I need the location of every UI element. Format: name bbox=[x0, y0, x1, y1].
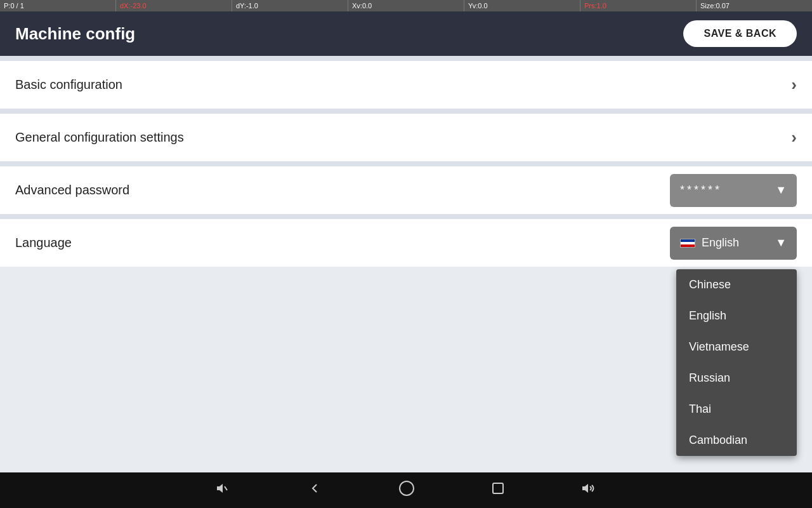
status-bar: P:0 / 1 dX:-23.0 dY:-1.0 Xv:0.0 Yv:0.0 P… bbox=[0, 0, 812, 11]
divider-1 bbox=[0, 56, 812, 61]
status-size: Size:0.07 bbox=[697, 0, 812, 11]
basic-config-label: Basic configuration bbox=[15, 77, 791, 92]
svg-line-1 bbox=[225, 486, 227, 490]
language-option-thai[interactable]: Thai bbox=[676, 394, 797, 425]
language-option-english[interactable]: English bbox=[676, 300, 797, 331]
content-area: Basic configuration › General configurat… bbox=[0, 56, 812, 267]
bottom-nav bbox=[0, 472, 812, 508]
password-mask: ****** bbox=[680, 184, 722, 197]
divider-4 bbox=[0, 214, 812, 219]
language-dropdown-arrow-icon: ▼ bbox=[775, 236, 787, 250]
save-back-button[interactable]: SAVE & BACK bbox=[683, 20, 797, 47]
svg-marker-0 bbox=[217, 484, 223, 493]
general-config-chevron-icon: › bbox=[791, 128, 797, 147]
password-control[interactable]: ****** ▼ bbox=[670, 174, 797, 207]
volume-up-icon[interactable] bbox=[581, 481, 596, 500]
svg-rect-3 bbox=[493, 483, 503, 493]
language-dropdown-menu: Chinese English Vietnamese Russian Thai … bbox=[676, 269, 797, 456]
status-dy: dY:-1.0 bbox=[232, 0, 348, 11]
recent-apps-icon[interactable] bbox=[491, 481, 505, 499]
advanced-password-label: Advanced password bbox=[15, 183, 670, 197]
home-icon[interactable] bbox=[398, 480, 415, 500]
language-option-vietnamese[interactable]: Vietnamese bbox=[676, 331, 797, 363]
status-p: P:0 / 1 bbox=[0, 0, 116, 11]
language-selected-label: English bbox=[702, 236, 768, 250]
language-option-chinese[interactable]: Chinese bbox=[676, 269, 797, 300]
volume-down-icon[interactable] bbox=[216, 481, 231, 500]
svg-marker-4 bbox=[582, 484, 588, 493]
status-dx: dX:-23.0 bbox=[116, 0, 232, 11]
advanced-password-row[interactable]: Advanced password ****** ▼ bbox=[0, 166, 812, 214]
basic-config-chevron-icon: › bbox=[791, 75, 797, 95]
back-icon[interactable] bbox=[307, 481, 322, 500]
svg-point-2 bbox=[400, 481, 414, 495]
general-config-label: General configuration settings bbox=[15, 130, 791, 145]
status-prs: Prs:1.0 bbox=[580, 0, 697, 11]
language-control[interactable]: English ▼ bbox=[670, 227, 797, 260]
password-dropdown-arrow-icon: ▼ bbox=[775, 184, 787, 197]
general-config-row[interactable]: General configuration settings › bbox=[0, 114, 812, 161]
divider-3 bbox=[0, 161, 812, 166]
status-xv: Xv:0.0 bbox=[348, 0, 464, 11]
basic-config-row[interactable]: Basic configuration › bbox=[0, 61, 812, 109]
divider-2 bbox=[0, 109, 812, 114]
language-label: Language bbox=[15, 236, 670, 250]
header: Machine config SAVE & BACK bbox=[0, 11, 812, 56]
language-row-wrapper: Language English ▼ Chinese English Vietn… bbox=[0, 219, 812, 267]
language-flag-icon bbox=[680, 239, 695, 248]
language-option-cambodian[interactable]: Cambodian bbox=[676, 425, 797, 456]
language-row[interactable]: Language English ▼ bbox=[0, 219, 812, 267]
page-title: Machine config bbox=[15, 24, 135, 44]
status-yv: Yv:0.0 bbox=[464, 0, 580, 11]
language-option-russian[interactable]: Russian bbox=[676, 363, 797, 394]
